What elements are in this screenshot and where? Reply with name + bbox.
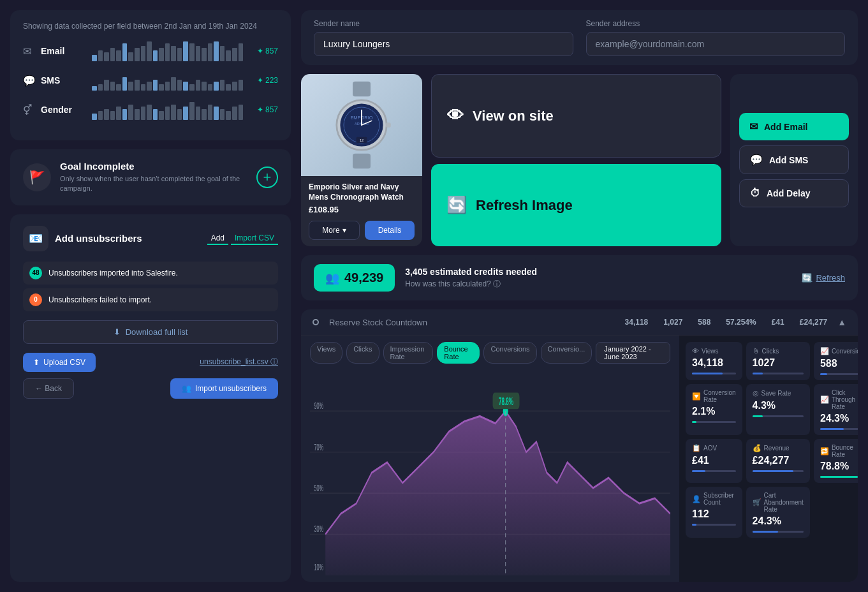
sms-count: ✦ 223: [249, 76, 278, 85]
stat-bar-0: [692, 373, 736, 374]
stat-bar-7: [753, 470, 804, 472]
sender-address-input[interactable]: [586, 32, 846, 56]
tab-conversion-more[interactable]: Conversio...: [541, 342, 592, 364]
sms-bar-chart: [92, 70, 243, 91]
stat-value-2: 588: [820, 358, 858, 369]
bar-segment-19: [208, 43, 213, 61]
more-button[interactable]: More ▾: [309, 221, 360, 240]
stat-bar-1: [753, 373, 804, 374]
tab-views[interactable]: Views: [310, 342, 342, 364]
email-label: Email: [41, 46, 92, 56]
stat-icon-6: 📋: [692, 444, 701, 452]
stat-value-3: 2.1%: [692, 406, 736, 417]
svg-text:30%: 30%: [314, 524, 323, 534]
stat-bar-fill-6: [692, 470, 705, 472]
bar-segment-14: [177, 48, 182, 61]
analytics-body: Views Clicks Impression Rate Bounce Rate…: [301, 336, 858, 582]
chart-area: Views Clicks Impression Rate Bounce Rate…: [301, 336, 679, 582]
bar-segment-5: [122, 109, 128, 121]
stat-bar-3: [692, 421, 736, 423]
stat-value-5: 24.3%: [820, 413, 858, 424]
bar-segment-0: [92, 86, 97, 91]
bar-segment-16: [189, 102, 195, 120]
bar-segment-1: [98, 84, 103, 91]
sender-name-input[interactable]: [314, 32, 573, 56]
add-sms-button[interactable]: 💬 Add SMS: [739, 145, 849, 174]
tab-import-csv[interactable]: Import CSV: [231, 232, 278, 245]
stat-icon-8: 🔁: [820, 447, 829, 455]
svg-rect-0: [353, 82, 371, 96]
credits-refresh-button[interactable]: 🔄 Refresh: [802, 273, 845, 283]
stat-label-text-10: Cart Abandonment Rate: [764, 492, 804, 513]
analytics-dot: [313, 319, 319, 325]
stat-cell-2: 📈 Conversions 588: [814, 342, 858, 380]
stat-label-9: 👤 Subscriber Count: [692, 492, 736, 506]
back-button[interactable]: ← Back: [23, 378, 74, 399]
upload-csv-button[interactable]: ⬆ Upload CSV: [23, 353, 96, 372]
tab-add[interactable]: Add: [207, 232, 228, 245]
upload-label: Upload CSV: [43, 358, 85, 367]
bar-segment-6: [128, 82, 133, 91]
unsubscribers-card: 📧 Add unsubscribers Add Import CSV 48 Un…: [10, 214, 291, 582]
download-full-list-button[interactable]: ⬇ Download full list: [23, 320, 278, 344]
stat-label-10: 🛒 Cart Abandonment Rate: [753, 492, 804, 513]
stat-bar-5: [820, 428, 858, 430]
more-label: More: [322, 226, 339, 235]
bar-segment-19: [208, 105, 213, 121]
add-delay-button[interactable]: ⏱ Add Delay: [739, 179, 849, 207]
credits-subtitle: How was this calculated? ⓘ: [405, 279, 791, 290]
tab-bounce-rate[interactable]: Bounce Rate: [437, 342, 480, 364]
product-name: Emporio Silver and Navy Mens Chronograph…: [309, 182, 415, 202]
credits-count: 👥 49,239: [314, 264, 395, 292]
collapse-icon[interactable]: ▲: [837, 317, 846, 327]
email-row: ✉ Email ✦ 857: [23, 41, 278, 61]
stat-label-text-0: Views: [702, 348, 719, 355]
import-unsubscribers-button[interactable]: 👥 Import unsubscribers: [170, 378, 278, 399]
refresh-image-button[interactable]: 🔄 Refresh Image: [431, 164, 721, 246]
view-on-site-button[interactable]: 👁 View on site: [431, 74, 721, 158]
gender-count: ✦ 857: [249, 105, 278, 114]
bar-segment-13: [171, 77, 176, 91]
badge-0: 0: [29, 293, 42, 306]
file-link[interactable]: unsubscribe_list.csv ⓘ: [200, 357, 278, 367]
tab-impression-rate[interactable]: Impression Rate: [383, 342, 434, 364]
stat-label-0: 👁 Views: [692, 347, 736, 355]
stat-label-text-7: Revenue: [764, 445, 790, 452]
middle-row: EMPORIO ARMANI 12 Emporio Silver and Nav…: [301, 74, 858, 246]
sms-icon: 💬: [750, 154, 763, 166]
bar-segment-8: [141, 84, 146, 91]
stat-bar-10: [753, 531, 804, 533]
goal-desc: Only show when the user hasn't completed…: [60, 174, 247, 194]
stat-icon-7: 💰: [753, 444, 761, 452]
analytics-card: Reserve Stock Countdown 34,118 1,027 588…: [301, 309, 858, 582]
msg-failure: 0 Unsubscribers failed to import.: [23, 288, 278, 311]
stat-label-text-1: Clicks: [762, 348, 779, 355]
bar-segment-7: [135, 48, 140, 61]
bar-segment-11: [159, 84, 164, 91]
gender-icon: ⚥: [23, 104, 41, 116]
svg-text:10%: 10%: [314, 562, 323, 572]
stat-label-text-9: Subscriber Count: [703, 492, 736, 506]
analytics-header: Reserve Stock Countdown 34,118 1,027 588…: [301, 309, 858, 336]
msg-success: 48 Unsubscribers imported into Salesfire…: [23, 262, 278, 285]
side-actions: ✉ Add Email 💬 Add SMS ⏱ Add Delay: [730, 74, 858, 246]
add-email-button[interactable]: ✉ Add Email: [739, 113, 849, 140]
product-image: EMPORIO ARMANI 12: [301, 74, 422, 176]
tab-conversions[interactable]: Conversions: [483, 342, 536, 364]
bar-segment-23: [232, 48, 237, 61]
tab-clicks[interactable]: Clicks: [346, 342, 379, 364]
gender-row: ⚥ Gender ✦ 857: [23, 100, 278, 120]
bar-segment-7: [135, 109, 140, 121]
stat-value-9: 112: [692, 508, 736, 520]
import-icon: 👥: [182, 384, 191, 393]
date-range-button[interactable]: January 2022 - June 2023: [596, 342, 670, 364]
badge-48: 48: [29, 267, 42, 279]
bar-segment-2: [104, 109, 109, 121]
details-button[interactable]: Details: [365, 221, 415, 240]
bar-segment-10: [153, 80, 158, 91]
bar-segment-2: [104, 52, 109, 61]
upload-icon: ⬆: [33, 358, 40, 367]
stat-icon-0: 👁: [692, 347, 699, 355]
goal-add-button[interactable]: +: [256, 166, 278, 188]
bar-segment-11: [159, 111, 164, 120]
